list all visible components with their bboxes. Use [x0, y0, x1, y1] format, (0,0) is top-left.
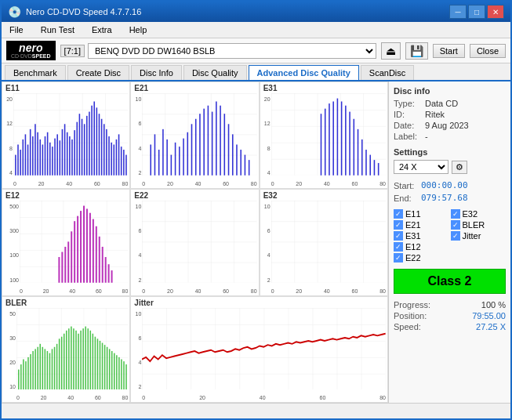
cb-e22[interactable]: ✓ E22: [394, 253, 449, 262]
svg-rect-3: [20, 150, 21, 176]
svg-rect-7: [30, 129, 31, 176]
cb-e22-label: E22: [405, 253, 421, 262]
cb-e31[interactable]: ✓ E31: [394, 231, 449, 241]
speed-selector[interactable]: 4 X8 X16 X24 X32 X40 X48 XMax: [394, 160, 448, 174]
charts-area: E11: [2, 81, 389, 403]
svg-rect-72: [249, 160, 250, 176]
cb-e22-box[interactable]: ✓: [394, 253, 403, 262]
chart-jitter: Jitter 10642 020406080: [130, 296, 388, 404]
id-key: ID:: [394, 110, 425, 119]
svg-rect-107: [111, 270, 113, 283]
chart-e32-title: E32: [263, 191, 278, 200]
cb-bler-box[interactable]: ✓: [451, 220, 460, 230]
drive-dropdown[interactable]: BENQ DVD DD DW1640 BSLB: [88, 43, 376, 59]
toolbar: nero CD·DVDSPEED [7:1] BENQ DVD DD DW164…: [2, 38, 510, 63]
chart-e31: E31: [260, 81, 388, 189]
svg-rect-95: [74, 221, 75, 283]
svg-rect-45: [123, 150, 125, 176]
svg-rect-68: [232, 134, 234, 175]
start-button[interactable]: Start: [433, 44, 465, 58]
svg-rect-43: [118, 134, 120, 175]
svg-rect-92: [64, 247, 66, 283]
cb-jitter-box[interactable]: ✓: [451, 231, 460, 241]
svg-rect-6: [27, 144, 29, 175]
minimize-button[interactable]: ─: [449, 5, 467, 19]
cb-e21-label: E21: [405, 220, 421, 230]
tab-advanced-disc-quality[interactable]: Advanced Disc Quality: [249, 65, 359, 80]
svg-rect-114: [25, 361, 27, 390]
svg-rect-94: [71, 231, 72, 282]
tab-benchmark[interactable]: Benchmark: [5, 65, 66, 80]
chart-e22: E22 10642 020406080: [130, 189, 259, 296]
svg-rect-34: [96, 107, 98, 175]
menu-file[interactable]: File: [5, 24, 28, 36]
eject-button[interactable]: ⏏: [381, 42, 401, 60]
svg-rect-139: [85, 326, 86, 389]
svg-rect-137: [80, 330, 82, 389]
menu-help[interactable]: Help: [125, 24, 152, 36]
cb-e12-box[interactable]: ✓: [394, 242, 403, 252]
svg-rect-61: [204, 109, 205, 176]
drive-selector: [7:1] BENQ DVD DD DW1640 BSLB: [60, 43, 376, 59]
svg-rect-17: [54, 139, 56, 176]
svg-rect-140: [87, 328, 89, 390]
cb-bler-label: BLER: [463, 220, 485, 230]
svg-rect-151: [114, 353, 115, 389]
menu-extra[interactable]: Extra: [87, 24, 117, 36]
tab-scan-disc[interactable]: ScanDisc: [361, 65, 414, 80]
toolbar-close-button[interactable]: Close: [470, 44, 506, 58]
chart-e32: E32 10642 020406080: [260, 189, 388, 296]
svg-rect-44: [121, 147, 122, 176]
cb-e21-box[interactable]: ✓: [394, 220, 403, 230]
svg-rect-2: [17, 144, 19, 175]
svg-rect-52: [167, 139, 169, 176]
cb-jitter[interactable]: ✓ Jitter: [451, 231, 507, 241]
settings-section: Settings 4 X8 X16 X24 X32 X40 X48 XMax ⚙: [394, 147, 506, 174]
svg-rect-33: [93, 101, 95, 175]
save-button[interactable]: 💾: [405, 42, 428, 60]
tab-bar: Benchmark Create Disc Disc Info Disc Qua…: [2, 63, 510, 81]
svg-rect-87: [373, 160, 375, 176]
svg-rect-54: [175, 143, 176, 176]
chart-bler-title: BLER: [5, 299, 27, 307]
close-window-button[interactable]: ✕: [487, 5, 504, 19]
svg-rect-138: [82, 328, 84, 390]
svg-rect-98: [83, 205, 85, 282]
svg-rect-24: [71, 139, 73, 176]
cb-e31-box[interactable]: ✓: [394, 231, 403, 241]
cb-e32-box[interactable]: ✓: [451, 209, 460, 219]
svg-rect-143: [95, 336, 96, 389]
tab-disc-info[interactable]: Disc Info: [131, 65, 182, 80]
svg-rect-117: [32, 351, 34, 390]
svg-rect-16: [52, 147, 53, 176]
cb-e11-box[interactable]: ✓: [394, 209, 403, 219]
svg-rect-145: [100, 340, 101, 389]
svg-rect-144: [97, 339, 99, 389]
cb-e12[interactable]: ✓ E12: [394, 242, 449, 252]
tab-create-disc[interactable]: Create Disc: [67, 65, 129, 80]
time-section: Start: 000:00.00 End: 079:57.68: [394, 180, 506, 203]
tab-disc-quality[interactable]: Disc Quality: [183, 65, 247, 80]
svg-rect-13: [45, 136, 46, 176]
svg-rect-14: [47, 132, 49, 176]
svg-rect-32: [91, 106, 93, 176]
menu-bar: File Run Test Extra Help: [2, 22, 510, 38]
cb-e21[interactable]: ✓ E21: [394, 220, 449, 230]
svg-rect-66: [224, 114, 226, 176]
svg-rect-12: [42, 144, 44, 175]
svg-rect-29: [84, 124, 85, 175]
drive-port-label: [7:1]: [60, 45, 85, 57]
cb-e32[interactable]: ✓ E32: [451, 209, 507, 219]
progress-label: Progress:: [394, 300, 430, 310]
svg-rect-50: [158, 150, 160, 176]
cb-e11[interactable]: ✓ E11: [394, 209, 449, 219]
cb-bler[interactable]: ✓ BLER: [451, 220, 507, 230]
class-badge: Class 2: [394, 269, 506, 294]
svg-rect-26: [76, 122, 78, 176]
nero-logo: nero CD·DVDSPEED: [6, 41, 56, 60]
maximize-button[interactable]: □: [468, 5, 485, 19]
menu-run-test[interactable]: Run Test: [36, 24, 79, 36]
chart-jitter-title: Jitter: [134, 299, 153, 307]
settings-icon-button[interactable]: ⚙: [452, 161, 467, 174]
svg-rect-123: [47, 351, 49, 390]
